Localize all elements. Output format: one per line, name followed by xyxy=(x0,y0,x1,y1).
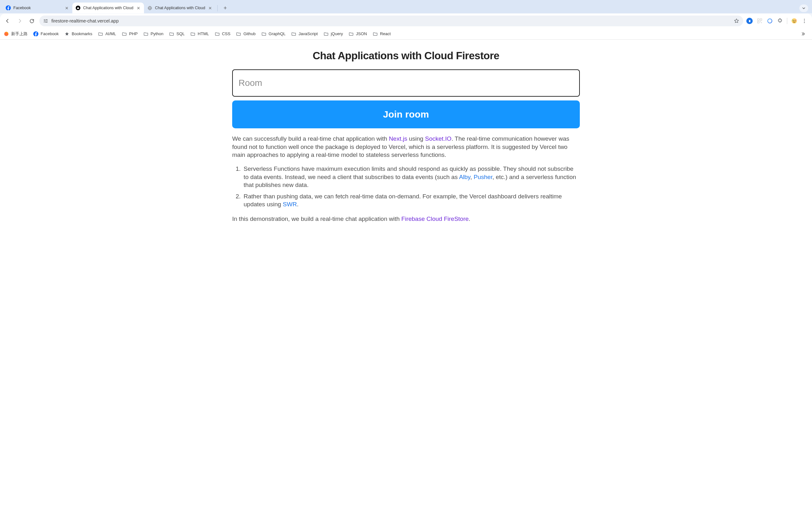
kebab-menu-icon[interactable] xyxy=(801,18,808,24)
link-socketio[interactable]: Socket.IO xyxy=(425,135,451,142)
join-room-button[interactable]: Join room xyxy=(232,101,580,128)
folder-icon xyxy=(291,32,296,37)
svg-rect-13 xyxy=(757,21,759,23)
tab-strip: Facebook Chat Applications with Cloud Ch… xyxy=(0,0,812,13)
forward-button[interactable] xyxy=(15,16,24,25)
close-icon[interactable] xyxy=(64,5,69,10)
bookmarks-bar: 新手上路FacebookBookmarksAI/MLPHPPythonSQLHT… xyxy=(0,28,812,40)
folder-icon xyxy=(169,32,174,37)
bookmark-item[interactable]: Facebook xyxy=(33,32,59,37)
svg-rect-14 xyxy=(760,21,761,22)
bookmark-label: AI/ML xyxy=(105,32,116,36)
tab-chat-app-active[interactable]: Chat Applications with Cloud xyxy=(72,3,144,13)
outro-paragraph: In this demonstration, we build a real-t… xyxy=(232,215,580,223)
folder-icon xyxy=(215,32,220,37)
link-swr[interactable]: SWR xyxy=(283,201,297,208)
tab-chat-app-2[interactable]: Chat Applications with Cloud xyxy=(144,3,216,13)
list-item: Serverless Functions have maximum execut… xyxy=(242,165,580,189)
bookmark-item[interactable]: SQL xyxy=(169,32,185,37)
bookmark-star-icon[interactable] xyxy=(734,18,740,24)
text: , xyxy=(470,174,474,180)
folder-icon xyxy=(349,32,354,37)
firefox-icon xyxy=(4,32,9,37)
tab-facebook[interactable]: Facebook xyxy=(3,3,72,13)
bookmark-label: JSON xyxy=(356,32,367,36)
bookmark-item[interactable]: Bookmarks xyxy=(64,32,92,37)
link-firestore[interactable]: Firebase Cloud FireStore xyxy=(401,216,468,222)
omnibox-url: firestore-realtime-chat.vercel.app xyxy=(51,18,730,23)
svg-point-17 xyxy=(792,18,797,24)
bookmark-item[interactable]: React xyxy=(373,32,391,37)
bookmark-item[interactable]: JavaScript xyxy=(291,32,318,37)
text: In this demonstration, we build a real-t… xyxy=(232,216,401,222)
link-pusher[interactable]: Pusher xyxy=(473,174,492,180)
svg-rect-15 xyxy=(761,22,762,23)
folder-icon xyxy=(261,32,266,37)
svg-point-20 xyxy=(792,20,793,20)
list-item: Rather than pushing data, we can fetch r… xyxy=(242,192,580,209)
svg-rect-9 xyxy=(45,22,48,22)
bookmark-label: Github xyxy=(243,32,255,36)
bookmark-label: 新手上路 xyxy=(11,31,28,37)
bookmark-label: CSS xyxy=(222,32,231,36)
bookmark-item[interactable]: CSS xyxy=(215,32,231,37)
folder-icon xyxy=(190,32,195,37)
bookmark-label: jQuery xyxy=(331,32,343,36)
profile-avatar[interactable] xyxy=(791,18,798,24)
opera-icon[interactable] xyxy=(767,18,773,24)
page-title: Chat Applications with Cloud Firestore xyxy=(232,50,580,62)
svg-point-23 xyxy=(804,20,805,21)
svg-point-21 xyxy=(795,20,796,20)
room-input[interactable] xyxy=(232,69,580,97)
bookmark-item[interactable]: HTML xyxy=(190,32,209,37)
extensions-icon[interactable] xyxy=(777,18,783,24)
tabs-dropdown[interactable] xyxy=(799,4,808,12)
svg-rect-7 xyxy=(46,20,48,21)
svg-point-16 xyxy=(768,19,772,23)
close-icon[interactable] xyxy=(136,5,141,10)
svg-rect-8 xyxy=(44,22,45,22)
omnibox[interactable]: firestore-realtime-chat.vercel.app xyxy=(39,15,743,26)
bookmark-item[interactable]: PHP xyxy=(122,32,138,37)
svg-rect-11 xyxy=(757,19,759,20)
bookmark-item[interactable]: GraphQL xyxy=(261,32,286,37)
link-nextjs[interactable]: Next.js xyxy=(389,135,407,142)
bookmark-label: Python xyxy=(151,32,163,36)
bookmark-label: GraphQL xyxy=(269,32,286,36)
tab-title: Facebook xyxy=(13,6,61,10)
bookmark-item[interactable]: 新手上路 xyxy=(4,31,28,37)
close-icon[interactable] xyxy=(208,5,213,10)
text: We can successfully build a real-time ch… xyxy=(232,135,389,142)
svg-rect-4 xyxy=(44,19,45,20)
folder-icon xyxy=(98,32,103,37)
back-button[interactable] xyxy=(3,16,12,25)
bookmarks-overflow-icon[interactable] xyxy=(801,32,808,37)
folder-icon xyxy=(122,32,127,37)
site-controls-icon[interactable] xyxy=(43,18,48,23)
intro-paragraph: We can successfully build a real-time ch… xyxy=(232,135,580,159)
nav-toolbar: firestore-realtime-chat.vercel.app xyxy=(0,14,812,28)
bookmark-item[interactable]: AI/ML xyxy=(98,32,116,37)
page-content: Chat Applications with Cloud Firestore J… xyxy=(229,40,583,236)
facebook-icon xyxy=(33,32,38,37)
svg-rect-5 xyxy=(45,19,48,20)
svg-rect-6 xyxy=(44,20,46,21)
bookmark-item[interactable]: Github xyxy=(236,32,255,37)
vercel-icon xyxy=(75,5,81,10)
qr-icon[interactable] xyxy=(757,18,763,24)
new-tab-button[interactable] xyxy=(221,3,230,12)
bookmark-item[interactable]: JSON xyxy=(349,32,367,37)
reload-button[interactable] xyxy=(27,16,36,25)
folder-icon xyxy=(323,32,328,37)
svg-point-24 xyxy=(804,22,805,23)
folder-icon xyxy=(236,32,241,37)
bookmark-item[interactable]: jQuery xyxy=(323,32,343,37)
svg-point-22 xyxy=(804,19,805,20)
bookmark-label: PHP xyxy=(129,32,138,36)
link-alby[interactable]: Alby xyxy=(459,174,470,180)
star-icon xyxy=(64,32,69,37)
toolbar-divider xyxy=(787,18,787,24)
bookmark-item[interactable]: Python xyxy=(143,32,163,37)
bookmark-label: HTML xyxy=(198,32,209,36)
reader-icon[interactable] xyxy=(746,18,753,24)
